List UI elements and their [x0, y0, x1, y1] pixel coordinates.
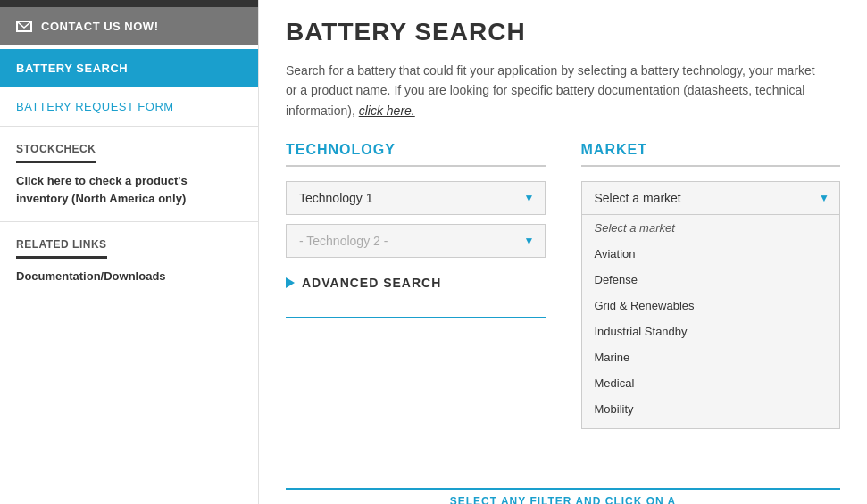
technology-section: TECHNOLOGY Technology 1 Technology 2 Tec… [286, 142, 546, 327]
market-option-mobility[interactable]: Mobility [582, 396, 840, 422]
related-links-section: RELATED LINKS Documentation/Downloads [0, 221, 258, 300]
sidebar: CONTACT US NOW! BATTERY SEARCH BATTERY R… [0, 0, 259, 504]
market-select[interactable]: Select a market Aviation Defense Grid & … [581, 181, 841, 215]
search-sections: TECHNOLOGY Technology 1 Technology 2 Tec… [286, 142, 840, 327]
advanced-search-triangle-icon [286, 277, 295, 288]
envelope-icon [16, 21, 32, 32]
nav-battery-request[interactable]: BATTERY REQUEST FORM [0, 87, 258, 127]
click-here-link[interactable]: click here. [359, 103, 415, 118]
sidebar-top-bar [0, 0, 258, 7]
technology-title: TECHNOLOGY [286, 142, 546, 167]
main-content: BATTERY SEARCH Search for a battery that… [259, 0, 867, 504]
market-option-oil[interactable]: Oil & Gas [582, 422, 840, 429]
contact-button-label: CONTACT US NOW! [41, 20, 158, 33]
market-section: MARKET Select a market Aviation Defense … [581, 142, 841, 224]
page-title: BATTERY SEARCH [286, 18, 840, 46]
bottom-divider [286, 488, 840, 490]
market-option-defense[interactable]: Defense [582, 267, 840, 293]
market-option-aviation[interactable]: Aviation [582, 241, 840, 267]
nav-battery-search[interactable]: BATTERY SEARCH [0, 49, 258, 87]
technology2-select[interactable]: - Technology 2 - Option A Option B [286, 224, 546, 258]
contact-button[interactable]: CONTACT US NOW! [0, 7, 258, 45]
description: Search for a battery that could fit your… [286, 61, 821, 120]
docs-downloads-link[interactable]: Documentation/Downloads [16, 269, 166, 283]
bottom-hint: SELECT ANY FILTER AND CLICK ON A [286, 495, 840, 504]
market-option-industrial[interactable]: Industrial Standby [582, 318, 840, 344]
market-option-marine[interactable]: Marine [582, 344, 840, 370]
advanced-search[interactable]: ADVANCED SEARCH [286, 276, 546, 290]
market-option-grid[interactable]: Grid & Renewables [582, 293, 840, 318]
technology2-select-wrapper: - Technology 2 - Option A Option B ▼ [286, 224, 546, 258]
market-title: MARKET [581, 142, 841, 167]
market-option-medical[interactable]: Medical [582, 370, 840, 396]
bottom-area: SELECT ANY FILTER AND CLICK ON A [286, 488, 840, 504]
stockcheck-section: STOCKCHECK Click here to check a product… [0, 127, 258, 221]
stockcheck-link[interactable]: Click here to check a product's inventor… [16, 174, 188, 205]
stockcheck-title: STOCKCHECK [16, 143, 96, 163]
related-links-title: RELATED LINKS [16, 238, 107, 259]
technology1-select[interactable]: Technology 1 Technology 2 Technology 3 [286, 181, 546, 215]
envelope-svg [18, 22, 30, 30]
market-option-select[interactable]: Select a market [582, 215, 840, 241]
market-select-wrapper: Select a market Aviation Defense Grid & … [581, 181, 841, 215]
divider [286, 317, 546, 318]
market-dropdown-open: Select a market Aviation Defense Grid & … [581, 215, 841, 429]
technology1-select-wrapper: Technology 1 Technology 2 Technology 3 ▼ [286, 181, 546, 215]
advanced-search-label: ADVANCED SEARCH [302, 276, 441, 290]
